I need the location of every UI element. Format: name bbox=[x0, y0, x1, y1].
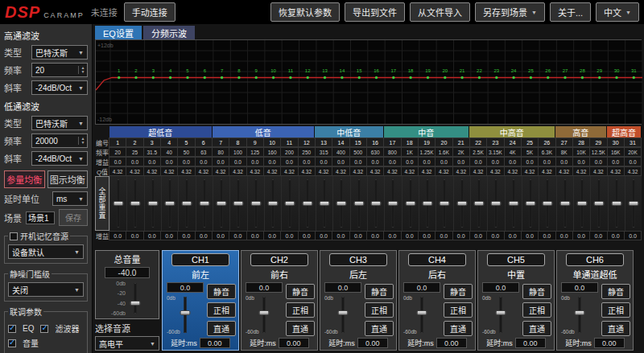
slider-handle[interactable] bbox=[130, 201, 141, 206]
slider-handle[interactable] bbox=[371, 201, 382, 206]
eq-band-slider[interactable] bbox=[505, 176, 522, 231]
eq-q-cell[interactable]: 4.32 bbox=[315, 166, 332, 176]
mute-button[interactable]: 静音 bbox=[286, 284, 315, 299]
slider-handle[interactable] bbox=[250, 201, 261, 206]
link-filter-checkbox[interactable] bbox=[40, 325, 48, 333]
channel-gain-value[interactable]: 0.0 bbox=[246, 282, 283, 293]
channel-gain-value[interactable]: 0.0 bbox=[403, 282, 440, 293]
direct-button[interactable]: 直通 bbox=[444, 321, 473, 336]
eq-band-slider[interactable] bbox=[196, 176, 213, 231]
eq-curve-graph[interactable]: +12db-12db123456789101112131415161718192… bbox=[96, 40, 642, 124]
lpf-type-select[interactable]: 巴特沃斯 ▼ bbox=[31, 116, 88, 130]
lpf-freq-spinner[interactable]: 20000 ▲▼ bbox=[31, 133, 88, 148]
eq-band-slider[interactable] bbox=[625, 176, 642, 231]
channel-select-button[interactable]: CH4 bbox=[408, 253, 466, 266]
phase-button[interactable]: 正相 bbox=[601, 302, 630, 318]
eq-q-cell[interactable]: 4.32 bbox=[349, 166, 367, 176]
master-volume-slider[interactable] bbox=[127, 280, 143, 317]
eq-freq-cell[interactable]: 630 bbox=[366, 147, 384, 157]
graphic-eq-button[interactable]: 图示均衡 bbox=[47, 170, 89, 188]
slider-handle[interactable] bbox=[182, 201, 192, 206]
delay-value[interactable]: 0.00 bbox=[357, 338, 388, 348]
manual-connect-button[interactable]: 手动连接 bbox=[124, 2, 175, 22]
direct-button[interactable]: 直通 bbox=[601, 321, 630, 336]
slider-handle[interactable] bbox=[336, 201, 347, 206]
eq-band-slider[interactable] bbox=[178, 176, 195, 231]
eq-band-slider[interactable] bbox=[539, 176, 555, 231]
tab-crossover-scope[interactable]: 分频示波 bbox=[143, 26, 195, 39]
eq-q-cell[interactable]: 4.32 bbox=[366, 166, 384, 176]
eq-gain-cell[interactable]: 0.0 bbox=[401, 157, 419, 166]
eq-gain-cell[interactable]: 0.0 bbox=[263, 157, 281, 166]
eq-q-cell[interactable]: 4.32 bbox=[229, 166, 246, 176]
slider-handle[interactable] bbox=[302, 201, 312, 206]
eq-freq-cell[interactable]: 500 bbox=[349, 147, 367, 157]
eq-band-slider[interactable] bbox=[522, 176, 539, 231]
restore-defaults-button[interactable]: 恢复默认参数 bbox=[270, 2, 340, 22]
eq-q-cell[interactable]: 4.32 bbox=[486, 166, 504, 176]
channel-gain-value[interactable]: 0.0 bbox=[324, 282, 361, 293]
hpf-slope-select[interactable]: -24dB/Oct ▼ bbox=[31, 80, 88, 95]
slider-handle[interactable] bbox=[496, 310, 506, 315]
power-memory-select[interactable]: 设备默认 ▼ bbox=[8, 244, 84, 259]
eq-gain-cell[interactable]: 0.0 bbox=[572, 157, 590, 166]
slider-handle[interactable] bbox=[611, 201, 621, 206]
eq-freq-cell[interactable]: 80 bbox=[212, 147, 229, 157]
eq-q-cell[interactable]: 4.32 bbox=[538, 166, 555, 176]
eq-freq-cell[interactable]: 25 bbox=[126, 147, 143, 157]
eq-freq-cell[interactable]: 3.15K bbox=[486, 147, 504, 157]
eq-freq-cell[interactable]: 1K bbox=[401, 147, 419, 157]
slider-handle[interactable] bbox=[577, 201, 588, 206]
save-to-scene-button[interactable]: 另存到场景 ▼ bbox=[475, 2, 545, 22]
eq-q-cell[interactable]: 4.32 bbox=[246, 166, 264, 176]
slider-handle[interactable] bbox=[526, 201, 536, 206]
hpf-type-select[interactable]: 巴特沃斯 ▼ bbox=[31, 45, 88, 60]
eq-band-slider[interactable] bbox=[332, 176, 349, 231]
eq-band-slider[interactable] bbox=[470, 176, 487, 231]
slider-handle[interactable] bbox=[147, 201, 158, 206]
eq-q-cell[interactable]: 4.32 bbox=[607, 166, 625, 176]
eq-band-slider[interactable] bbox=[487, 176, 504, 231]
eq-gain-cell[interactable]: 0.0 bbox=[160, 157, 178, 166]
eq-freq-cell[interactable]: 400 bbox=[332, 147, 349, 157]
eq-freq-cell[interactable]: 800 bbox=[383, 147, 401, 157]
delay-unit-select[interactable]: ms ▼ bbox=[52, 191, 88, 206]
eq-gain-cell[interactable]: 0.0 bbox=[383, 157, 401, 166]
eq-freq-cell[interactable]: 4K bbox=[504, 147, 522, 157]
eq-freq-cell[interactable]: 2K bbox=[452, 147, 470, 157]
slider-handle[interactable] bbox=[508, 201, 518, 206]
eq-freq-cell[interactable]: 200 bbox=[280, 147, 298, 157]
export-file-button[interactable]: 导出到文件 bbox=[345, 2, 405, 22]
channel-select-button[interactable]: CH2 bbox=[250, 253, 308, 266]
slider-handle[interactable] bbox=[353, 201, 364, 206]
mute-button[interactable]: 静音 bbox=[601, 284, 630, 299]
slider-handle[interactable] bbox=[474, 201, 485, 206]
eq-freq-cell[interactable]: 10K bbox=[572, 147, 590, 157]
mute-button[interactable]: 静音 bbox=[444, 284, 473, 299]
eq-gain-cell[interactable]: 0.0 bbox=[624, 157, 642, 166]
phase-button[interactable]: 正相 bbox=[207, 302, 236, 318]
eq-band-slider[interactable] bbox=[350, 176, 367, 231]
eq-band-slider[interactable] bbox=[109, 176, 126, 231]
eq-q-cell[interactable]: 4.32 bbox=[589, 166, 607, 176]
eq-freq-cell[interactable]: 125 bbox=[246, 147, 264, 157]
eq-band-slider[interactable] bbox=[453, 176, 470, 231]
eq-gain-cell[interactable]: 0.0 bbox=[349, 157, 367, 166]
spinner-arrows-icon[interactable]: ▲▼ bbox=[78, 137, 87, 145]
eq-band-slider[interactable] bbox=[299, 176, 316, 231]
eq-gain-cell[interactable]: 0.0 bbox=[246, 157, 264, 166]
channel-select-button[interactable]: CH3 bbox=[329, 253, 387, 266]
reset-all-button[interactable]: 全部重置 bbox=[95, 176, 109, 231]
eq-q-cell[interactable]: 4.32 bbox=[143, 166, 161, 176]
eq-q-cell[interactable]: 4.32 bbox=[298, 166, 316, 176]
eq-band-slider[interactable] bbox=[316, 176, 332, 231]
mute-button[interactable]: 静音 bbox=[522, 284, 551, 299]
channel-gain-slider[interactable] bbox=[256, 293, 272, 336]
eq-q-cell[interactable]: 4.32 bbox=[263, 166, 281, 176]
eq-gain-cell[interactable]: 0.0 bbox=[177, 157, 195, 166]
eq-gain-cell[interactable]: 0.0 bbox=[435, 157, 452, 166]
eq-freq-cell[interactable]: 2.5K bbox=[469, 147, 487, 157]
eq-gain-cell[interactable]: 0.0 bbox=[452, 157, 470, 166]
eq-q-cell[interactable]: 4.32 bbox=[435, 166, 452, 176]
eq-q-cell[interactable]: 4.32 bbox=[160, 166, 178, 176]
